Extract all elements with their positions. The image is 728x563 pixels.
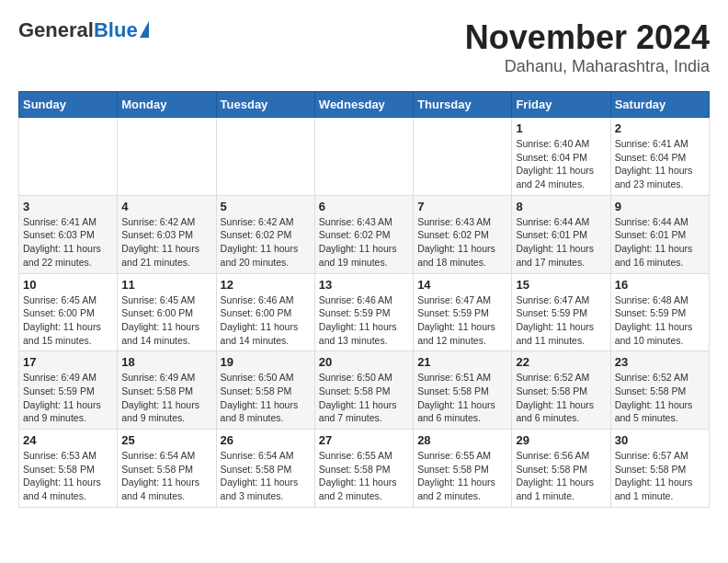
day-number: 9 [615,200,705,213]
day-info: Sunrise: 6:43 AMSunset: 6:02 PMDaylight:… [417,215,507,270]
day-number: 15 [516,278,606,292]
weekday-header-cell: Saturday [610,92,709,118]
weekday-header-cell: Monday [118,92,216,118]
day-number: 27 [319,433,409,447]
day-info: Sunrise: 6:42 AMSunset: 6:02 PMDaylight:… [221,215,311,270]
calendar-week-row: 3Sunrise: 6:41 AMSunset: 6:03 PMDaylight… [19,195,710,273]
logo: General Blue [18,18,149,42]
calendar-week-row: 1Sunrise: 6:40 AMSunset: 6:04 PMDaylight… [19,118,710,196]
day-number: 22 [516,355,606,369]
day-info: Sunrise: 6:52 AMSunset: 5:58 PMDaylight:… [516,371,606,425]
calendar-day-cell: 8Sunrise: 6:44 AMSunset: 6:01 PMDaylight… [512,195,610,273]
day-info: Sunrise: 6:45 AMSunset: 6:00 PMDaylight:… [23,293,113,348]
calendar-day-cell: 24Sunrise: 6:53 AMSunset: 5:58 PMDayligh… [19,430,118,508]
location-title: Dahanu, Maharashtra, India [465,57,710,76]
day-number: 30 [615,433,705,447]
day-info: Sunrise: 6:57 AMSunset: 5:58 PMDaylight:… [615,449,705,503]
day-info: Sunrise: 6:55 AMSunset: 5:58 PMDaylight:… [417,449,507,503]
calendar-day-cell: 20Sunrise: 6:50 AMSunset: 5:58 PMDayligh… [314,351,413,430]
calendar-table: SundayMondayTuesdayWednesdayThursdayFrid… [18,91,710,508]
calendar-day-cell: 3Sunrise: 6:41 AMSunset: 6:03 PMDaylight… [19,195,118,273]
day-number: 7 [417,200,507,213]
day-info: Sunrise: 6:53 AMSunset: 5:58 PMDaylight:… [23,449,113,503]
weekday-header-cell: Tuesday [216,92,314,118]
day-number: 11 [121,278,211,292]
page-header: General Blue November 2024 Dahanu, Mahar… [18,18,710,76]
day-info: Sunrise: 6:42 AMSunset: 6:03 PMDaylight:… [121,215,211,270]
calendar-day-cell: 15Sunrise: 6:47 AMSunset: 5:59 PMDayligh… [512,273,610,351]
day-number: 20 [319,355,409,369]
day-number: 21 [417,355,507,369]
day-info: Sunrise: 6:51 AMSunset: 5:58 PMDaylight:… [417,371,507,425]
day-number: 18 [121,355,211,369]
day-info: Sunrise: 6:49 AMSunset: 5:58 PMDaylight:… [121,371,211,425]
day-number: 5 [221,200,311,213]
day-number: 1 [516,121,606,135]
calendar-day-cell: 1Sunrise: 6:40 AMSunset: 6:04 PMDaylight… [512,118,610,196]
day-info: Sunrise: 6:50 AMSunset: 5:58 PMDaylight:… [319,371,409,425]
calendar-day-cell: 28Sunrise: 6:55 AMSunset: 5:58 PMDayligh… [414,430,512,508]
day-info: Sunrise: 6:41 AMSunset: 6:03 PMDaylight:… [23,215,113,270]
calendar-day-cell: 19Sunrise: 6:50 AMSunset: 5:58 PMDayligh… [216,351,314,430]
title-block: November 2024 Dahanu, Maharashtra, India [465,18,710,76]
calendar-day-cell: 9Sunrise: 6:44 AMSunset: 6:01 PMDaylight… [610,195,709,273]
calendar-day-cell: 6Sunrise: 6:43 AMSunset: 6:02 PMDaylight… [314,195,413,273]
calendar-day-cell: 25Sunrise: 6:54 AMSunset: 5:58 PMDayligh… [118,430,216,508]
day-info: Sunrise: 6:46 AMSunset: 5:59 PMDaylight:… [319,293,409,348]
day-info: Sunrise: 6:44 AMSunset: 6:01 PMDaylight:… [516,215,606,270]
day-number: 16 [615,278,705,292]
day-info: Sunrise: 6:54 AMSunset: 5:58 PMDaylight:… [221,449,311,503]
day-number: 25 [121,433,211,447]
calendar-day-cell: 4Sunrise: 6:42 AMSunset: 6:03 PMDaylight… [118,195,216,273]
calendar-day-cell [414,118,512,196]
day-info: Sunrise: 6:47 AMSunset: 5:59 PMDaylight:… [516,293,606,348]
calendar-day-cell: 27Sunrise: 6:55 AMSunset: 5:58 PMDayligh… [314,430,413,508]
day-info: Sunrise: 6:56 AMSunset: 5:58 PMDaylight:… [516,449,606,503]
day-number: 8 [516,200,606,213]
day-number: 24 [23,433,113,447]
day-number: 13 [319,278,409,292]
calendar-week-row: 24Sunrise: 6:53 AMSunset: 5:58 PMDayligh… [19,430,710,508]
day-info: Sunrise: 6:52 AMSunset: 5:58 PMDaylight:… [615,371,705,425]
calendar-day-cell: 12Sunrise: 6:46 AMSunset: 6:00 PMDayligh… [216,273,314,351]
calendar-week-row: 17Sunrise: 6:49 AMSunset: 5:59 PMDayligh… [19,351,710,430]
calendar-day-cell: 30Sunrise: 6:57 AMSunset: 5:58 PMDayligh… [610,430,709,508]
calendar-day-cell: 18Sunrise: 6:49 AMSunset: 5:58 PMDayligh… [118,351,216,430]
calendar-day-cell [216,118,314,196]
day-number: 10 [23,278,113,292]
day-info: Sunrise: 6:48 AMSunset: 5:59 PMDaylight:… [615,293,705,348]
calendar-day-cell: 17Sunrise: 6:49 AMSunset: 5:59 PMDayligh… [19,351,118,430]
logo-general: General [18,18,94,42]
calendar-day-cell: 11Sunrise: 6:45 AMSunset: 6:00 PMDayligh… [118,273,216,351]
day-info: Sunrise: 6:46 AMSunset: 6:00 PMDaylight:… [221,293,311,348]
day-number: 2 [615,121,705,135]
day-info: Sunrise: 6:41 AMSunset: 6:04 PMDaylight:… [615,137,705,191]
calendar-day-cell [19,118,118,196]
day-info: Sunrise: 6:43 AMSunset: 6:02 PMDaylight:… [319,215,409,270]
day-info: Sunrise: 6:50 AMSunset: 5:58 PMDaylight:… [221,371,311,425]
calendar-day-cell: 10Sunrise: 6:45 AMSunset: 6:00 PMDayligh… [19,273,118,351]
day-number: 4 [121,200,211,213]
calendar-body: 1Sunrise: 6:40 AMSunset: 6:04 PMDaylight… [19,118,710,508]
calendar-day-cell [314,118,413,196]
calendar-day-cell: 13Sunrise: 6:46 AMSunset: 5:59 PMDayligh… [314,273,413,351]
calendar-day-cell: 29Sunrise: 6:56 AMSunset: 5:58 PMDayligh… [512,430,610,508]
day-number: 23 [615,355,705,369]
calendar-day-cell: 26Sunrise: 6:54 AMSunset: 5:58 PMDayligh… [216,430,314,508]
day-info: Sunrise: 6:45 AMSunset: 6:00 PMDaylight:… [121,293,211,348]
calendar-week-row: 10Sunrise: 6:45 AMSunset: 6:00 PMDayligh… [19,273,710,351]
logo-blue: Blue [94,18,138,42]
calendar-day-cell: 5Sunrise: 6:42 AMSunset: 6:02 PMDaylight… [216,195,314,273]
day-number: 26 [221,433,311,447]
day-number: 12 [221,278,311,292]
weekday-header-cell: Friday [512,92,610,118]
weekday-header-cell: Wednesday [314,92,413,118]
day-number: 28 [417,433,507,447]
calendar-day-cell: 14Sunrise: 6:47 AMSunset: 5:59 PMDayligh… [414,273,512,351]
calendar-day-cell: 7Sunrise: 6:43 AMSunset: 6:02 PMDaylight… [414,195,512,273]
weekday-header-cell: Thursday [414,92,512,118]
day-info: Sunrise: 6:40 AMSunset: 6:04 PMDaylight:… [516,137,606,191]
day-number: 3 [23,200,113,213]
weekday-header-row: SundayMondayTuesdayWednesdayThursdayFrid… [19,92,710,118]
calendar-day-cell [118,118,216,196]
